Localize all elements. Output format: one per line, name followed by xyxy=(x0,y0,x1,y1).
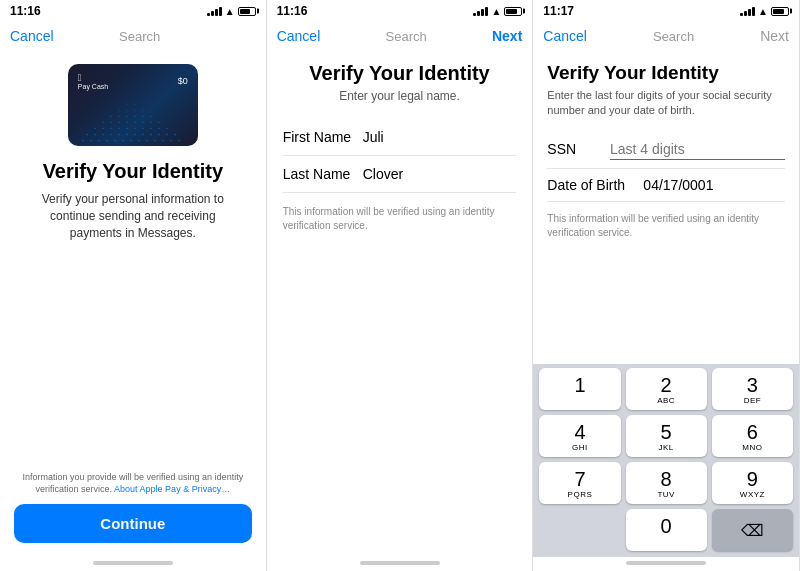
key-0[interactable]: 0 xyxy=(626,509,707,551)
key-9[interactable]: 9 WXYZ xyxy=(712,462,793,504)
home-indicator-1 xyxy=(93,561,173,565)
privacy-link[interactable]: About Apple Pay & Privacy… xyxy=(114,484,230,494)
svg-point-46 xyxy=(134,115,136,117)
status-bar-2: 11:16 ▲ xyxy=(267,0,533,20)
key-2[interactable]: 2 ABC xyxy=(626,368,707,410)
first-name-row: First Name Juli xyxy=(283,119,517,156)
last-name-label: Last Name xyxy=(283,166,363,182)
next-button-2[interactable]: Next xyxy=(492,28,522,44)
svg-point-44 xyxy=(118,115,120,117)
svg-point-18 xyxy=(126,133,128,135)
status-time-3: 11:17 xyxy=(543,4,574,18)
key-6-num: 6 xyxy=(747,422,758,442)
key-8-letters: TUV xyxy=(657,490,675,499)
key-0-num: 0 xyxy=(661,516,672,536)
screen3-title: Verify Your Identity xyxy=(547,62,785,84)
last-name-value[interactable]: Clover xyxy=(363,166,517,182)
svg-point-24 xyxy=(174,133,176,135)
svg-point-10 xyxy=(162,139,164,141)
nav-bar-3: Cancel Search Next xyxy=(533,20,799,54)
first-name-value[interactable]: Juli xyxy=(363,129,517,145)
svg-point-14 xyxy=(94,133,96,135)
screen-verify-intro: 11:16 ▲ Cancel Search  Pay Cash xyxy=(0,0,267,571)
svg-point-12 xyxy=(178,139,180,141)
ssn-label: SSN xyxy=(547,141,594,157)
status-bar-1: 11:16 ▲ xyxy=(0,0,266,20)
key-3[interactable]: 3 DEF xyxy=(712,368,793,410)
key-1[interactable]: 1 xyxy=(539,368,620,410)
wifi-icon-2: ▲ xyxy=(491,6,501,17)
apple-logo-icon:  xyxy=(78,72,108,83)
first-name-label: First Name xyxy=(283,129,363,145)
key-8-num: 8 xyxy=(661,469,672,489)
svg-point-54 xyxy=(134,103,135,104)
svg-point-53 xyxy=(126,103,127,104)
status-bar-3: 11:17 ▲ xyxy=(533,0,799,20)
signal-icon-3 xyxy=(740,6,755,16)
svg-point-28 xyxy=(118,127,120,129)
svg-point-13 xyxy=(86,133,88,135)
svg-point-42 xyxy=(158,121,160,123)
last-name-row: Last Name Clover xyxy=(283,156,517,193)
screen-enter-name: 11:16 ▲ Cancel Search Next Verify Your I… xyxy=(267,0,534,571)
svg-point-36 xyxy=(110,121,112,123)
cancel-button-2[interactable]: Cancel xyxy=(277,28,321,44)
battery-icon-2 xyxy=(504,7,522,16)
key-0-letters xyxy=(665,537,668,546)
key-delete[interactable]: ⌫ xyxy=(712,509,793,551)
key-3-letters: DEF xyxy=(744,396,762,405)
status-time-1: 11:16 xyxy=(10,4,41,18)
privacy-text: Information you provide will be verified… xyxy=(14,471,252,496)
key-5-letters: JKL xyxy=(659,443,674,452)
screen3-main-content: Verify Your Identity Enter the last four… xyxy=(533,54,799,364)
svg-point-2 xyxy=(98,139,100,141)
key-4-letters: GHI xyxy=(572,443,588,452)
dob-label: Date of Birth xyxy=(547,177,627,193)
screen1-title: Verify Your Identity xyxy=(43,160,223,183)
card-dots-pattern xyxy=(73,96,193,144)
svg-point-52 xyxy=(142,109,144,111)
status-icons-2: ▲ xyxy=(473,6,522,17)
cancel-button-3[interactable]: Cancel xyxy=(543,28,587,44)
ssn-input[interactable] xyxy=(610,139,785,160)
svg-point-5 xyxy=(122,139,124,141)
screen-enter-ssn: 11:17 ▲ Cancel Search Next Verify Your I… xyxy=(533,0,800,571)
dob-value[interactable]: 04/17/0001 xyxy=(643,177,713,193)
signal-icon-2 xyxy=(473,6,488,16)
screen1-subtitle: Verify your personal information to cont… xyxy=(20,191,246,241)
key-6[interactable]: 6 MNO xyxy=(712,415,793,457)
home-indicator-3 xyxy=(626,561,706,565)
key-5[interactable]: 5 JKL xyxy=(626,415,707,457)
battery-icon-1 xyxy=(238,7,256,16)
svg-point-34 xyxy=(166,127,168,129)
key-6-letters: MNO xyxy=(742,443,762,452)
signal-icon-1 xyxy=(207,6,222,16)
cancel-button-1[interactable]: Cancel xyxy=(10,28,54,44)
svg-point-25 xyxy=(94,127,96,129)
svg-point-35 xyxy=(102,121,104,123)
svg-point-1 xyxy=(90,139,92,141)
svg-point-9 xyxy=(154,139,156,141)
key-7[interactable]: 7 PQRS xyxy=(539,462,620,504)
battery-icon-3 xyxy=(771,7,789,16)
svg-point-49 xyxy=(118,109,120,111)
card-pay-label: Pay Cash xyxy=(78,83,108,91)
nav-bar-1: Cancel Search xyxy=(0,20,266,54)
svg-point-37 xyxy=(118,121,120,123)
nav-title-2: Search xyxy=(386,29,427,44)
svg-point-40 xyxy=(142,121,144,123)
key-8[interactable]: 8 TUV xyxy=(626,462,707,504)
wifi-icon-1: ▲ xyxy=(225,6,235,17)
continue-button[interactable]: Continue xyxy=(14,504,252,543)
screen1-main-content:  Pay Cash $0 xyxy=(0,54,266,461)
svg-point-29 xyxy=(126,127,128,129)
next-button-3: Next xyxy=(760,28,789,44)
key-3-num: 3 xyxy=(747,375,758,395)
dob-row: Date of Birth 04/17/0001 xyxy=(547,169,785,202)
svg-point-4 xyxy=(114,139,116,141)
svg-point-3 xyxy=(106,139,108,141)
status-icons-1: ▲ xyxy=(207,6,256,17)
svg-point-6 xyxy=(130,139,132,141)
key-4[interactable]: 4 GHI xyxy=(539,415,620,457)
status-icons-3: ▲ xyxy=(740,6,789,17)
